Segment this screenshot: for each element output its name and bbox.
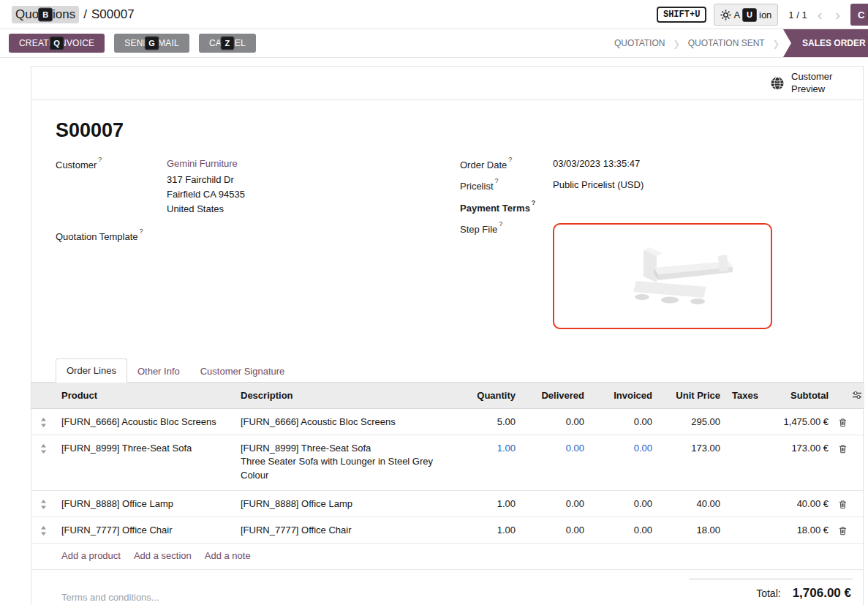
order-date-input[interactable]: 03/03/2023 13:35:47 bbox=[553, 158, 640, 170]
field-quotation-template-label: Quotation Template? bbox=[56, 230, 167, 242]
globe-icon bbox=[770, 76, 785, 91]
cell-delivered[interactable]: 0.00 bbox=[521, 408, 590, 435]
field-payment-terms-label: Payment Terms? bbox=[460, 201, 553, 214]
delete-line-button[interactable] bbox=[834, 408, 850, 435]
header-invoiced: Invoiced bbox=[590, 382, 658, 408]
cell-product[interactable]: [FURN_6666] Acoustic Bloc Screens bbox=[56, 408, 235, 435]
total-amount: 1,706.00 € bbox=[793, 586, 851, 601]
form-sheet: Customer Preview S00007 Customer? Gemini… bbox=[31, 66, 864, 605]
create-button[interactable]: C bbox=[850, 4, 868, 26]
send-email-button[interactable]: SEND EMAIL G bbox=[114, 34, 189, 53]
drag-handle-icon bbox=[33, 444, 54, 454]
delete-line-button[interactable] bbox=[834, 490, 850, 516]
cell-invoiced[interactable]: 0.00 bbox=[590, 408, 658, 435]
cell-quantity[interactable]: 1.00 bbox=[454, 435, 521, 490]
cell-delivered[interactable]: 0.00 bbox=[521, 516, 590, 543]
cell-product[interactable]: [FURN_8888] Office Lamp bbox=[56, 490, 235, 516]
cell-quantity[interactable]: 5.00 bbox=[454, 408, 521, 435]
help-icon: ? bbox=[532, 199, 536, 206]
cell-delivered[interactable]: 0.00 bbox=[521, 435, 590, 490]
hotkey-badge: G bbox=[144, 37, 159, 50]
drag-handle[interactable] bbox=[31, 408, 56, 435]
shortcut-hint-badge: SHIFT+U bbox=[657, 7, 706, 23]
tab-other-info[interactable]: Other Info bbox=[127, 360, 190, 383]
status-step-quotation[interactable]: QUOTATION bbox=[607, 38, 673, 48]
cancel-button[interactable]: CANCEL Z bbox=[199, 34, 256, 53]
field-customer: Customer? Gemini Furniture 317 Fairchild… bbox=[56, 158, 460, 217]
cell-product[interactable]: [FURN_7777] Office Chair bbox=[56, 516, 235, 543]
action-menu-text-post: ion bbox=[759, 10, 771, 20]
cell-taxes[interactable] bbox=[726, 516, 761, 543]
cell-delivered[interactable]: 0.00 bbox=[521, 490, 590, 516]
delete-line-button[interactable] bbox=[834, 516, 850, 543]
cell-unit-price[interactable]: 295.00 bbox=[658, 408, 726, 435]
delete-line-button[interactable] bbox=[834, 435, 850, 490]
trash-icon bbox=[836, 526, 849, 536]
tab-customer-signature[interactable]: Customer Signature bbox=[190, 360, 295, 383]
create-button-label: C bbox=[858, 10, 864, 20]
terms-placeholder[interactable]: Terms and conditions... bbox=[61, 592, 159, 603]
address-line: Fairfield CA 94535 bbox=[167, 187, 245, 202]
cell-quantity[interactable]: 1.00 bbox=[454, 516, 521, 543]
field-quotation-template: Quotation Template? bbox=[56, 230, 460, 242]
cell-invoiced[interactable]: 0.00 bbox=[590, 516, 658, 543]
address-line: United States bbox=[167, 202, 245, 217]
breadcrumb-quotations[interactable]: Quotations B bbox=[12, 6, 79, 23]
table-header-row: Product Description Quantity Delivered I… bbox=[31, 382, 864, 408]
customer-preview-link[interactable]: Customer Preview bbox=[791, 71, 844, 95]
pager-next-button[interactable]: › bbox=[832, 7, 843, 22]
cell-description[interactable]: [FURN_8999] Three-Seat Sofa Three Seater… bbox=[235, 435, 454, 490]
add-a-product-link[interactable]: Add a product bbox=[61, 550, 121, 561]
add-a-note-link[interactable]: Add a note bbox=[205, 550, 251, 561]
field-payment-terms: Payment Terms? bbox=[460, 201, 835, 214]
breadcrumb-current: S00007 bbox=[91, 7, 135, 22]
header-taxes: Taxes bbox=[726, 382, 761, 408]
cell-description[interactable]: [FURN_8888] Office Lamp bbox=[235, 490, 454, 516]
fields-section: Customer? Gemini Furniture 317 Fairchild… bbox=[56, 158, 835, 338]
add-a-section-link[interactable]: Add a section bbox=[134, 550, 192, 561]
drag-handle[interactable] bbox=[31, 516, 56, 543]
trash-icon bbox=[836, 444, 849, 454]
customer-link[interactable]: Gemini Furniture bbox=[167, 158, 245, 169]
field-pricelist: Pricelist? Public Pricelist (USD) bbox=[460, 179, 835, 192]
cell-unit-price[interactable]: 173.00 bbox=[658, 435, 726, 490]
optional-columns-icon bbox=[852, 391, 863, 399]
drag-handle[interactable] bbox=[31, 435, 56, 490]
address-line: 317 Fairchild Dr bbox=[167, 173, 245, 187]
control-bar: CREATE INVOICE Q SEND EMAIL G CANCEL Z Q… bbox=[0, 29, 868, 58]
help-icon: ? bbox=[499, 220, 502, 228]
order-line-footer-links: Add a product Add a section Add a note bbox=[31, 544, 863, 570]
optional-columns-button[interactable] bbox=[850, 382, 864, 408]
cell-subtotal: 40.00 € bbox=[761, 490, 834, 516]
cell-taxes[interactable] bbox=[726, 408, 761, 435]
trash-icon bbox=[836, 418, 849, 427]
order-line-row: [FURN_6666] Acoustic Bloc Screens [FURN_… bbox=[31, 408, 864, 435]
cell-quantity[interactable]: 1.00 bbox=[454, 490, 521, 516]
cell-unit-price[interactable]: 18.00 bbox=[658, 516, 726, 543]
cell-taxes[interactable] bbox=[726, 490, 761, 516]
order-line-row: [FURN_8999] Three-Seat Sofa [FURN_8999] … bbox=[31, 435, 864, 490]
field-customer-label: Customer? bbox=[56, 158, 167, 217]
cell-product[interactable]: [FURN_8999] Three-Seat Sofa bbox=[56, 435, 235, 490]
status-step-quotation-sent[interactable]: QUOTATION SENT bbox=[681, 38, 772, 48]
status-divider-icon: › bbox=[672, 32, 680, 55]
status-step-sales-order[interactable]: SALES ORDER bbox=[783, 29, 868, 57]
cell-subtotal: 173.00 € bbox=[761, 435, 834, 490]
step-file-preview[interactable] bbox=[553, 223, 772, 329]
cell-taxes[interactable] bbox=[726, 435, 761, 490]
pricelist-input[interactable]: Public Pricelist (USD) bbox=[553, 179, 644, 192]
cell-invoiced[interactable]: 0.00 bbox=[590, 435, 658, 490]
step-file-3d-render bbox=[573, 236, 752, 316]
field-order-date: Order Date? 03/03/2023 13:35:47 bbox=[460, 158, 835, 170]
tab-order-lines[interactable]: Order Lines bbox=[56, 358, 127, 383]
cell-unit-price[interactable]: 40.00 bbox=[658, 490, 726, 516]
pager-previous-button[interactable]: ‹ bbox=[815, 7, 826, 22]
hotkey-badge: Q bbox=[49, 37, 64, 50]
trash-icon bbox=[836, 500, 849, 509]
cell-invoiced[interactable]: 0.00 bbox=[590, 490, 658, 516]
action-menu-button[interactable]: A U ion bbox=[714, 4, 778, 26]
create-invoice-button[interactable]: CREATE INVOICE Q bbox=[9, 34, 105, 53]
drag-handle[interactable] bbox=[31, 490, 56, 516]
cell-description[interactable]: [FURN_7777] Office Chair bbox=[235, 516, 454, 543]
cell-description[interactable]: [FURN_6666] Acoustic Bloc Screens bbox=[235, 408, 454, 435]
